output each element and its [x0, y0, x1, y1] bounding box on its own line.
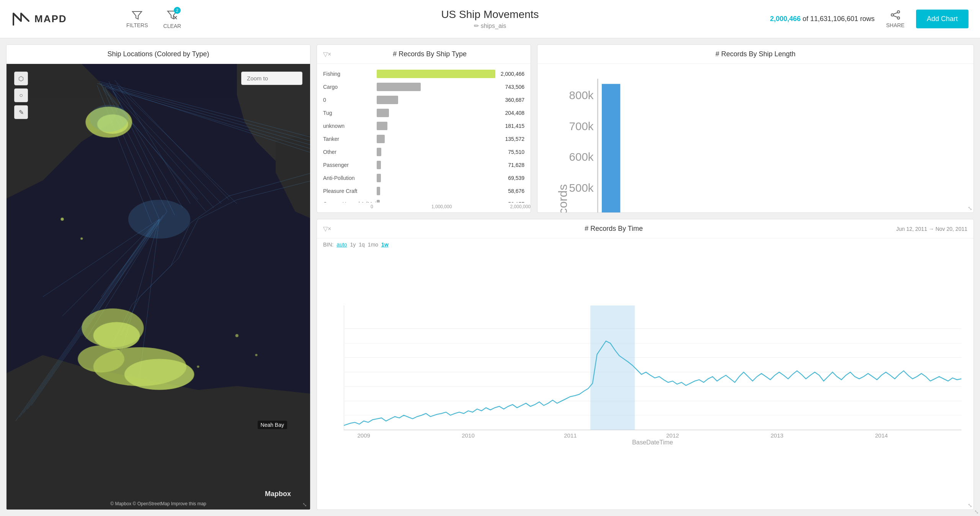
ship-type-bar-row[interactable]: Passenger 71,628: [323, 160, 524, 170]
logo-area: MAPD: [11, 10, 119, 29]
ship-type-bar-row[interactable]: 0 360,687: [323, 95, 524, 105]
bar-value: 2,000,466: [498, 71, 524, 77]
bar-value: 71,628: [498, 162, 524, 168]
bar-label: unknown: [323, 123, 377, 129]
svg-text:BaseDateTime: BaseDateTime: [632, 439, 673, 446]
bar-fill: [377, 70, 495, 78]
time-chart-area: 0 20k 40k 60k 80k 100k 120k 140k 160k: [317, 251, 973, 509]
time-header: ▽× # Records By Time Jun 12, 2011 → Nov …: [317, 219, 973, 238]
bar-container: [377, 174, 495, 182]
axis-tick: 2,000,000: [510, 204, 531, 209]
svg-point-4: [891, 14, 893, 16]
map-panel: Ship Locations (Colored by Type): [6, 44, 310, 510]
ship-type-bar-row[interactable]: Anti-Pollution 69,539: [323, 173, 524, 183]
right-column: ▽× # Records By Ship Type Fishing 2,000,…: [317, 44, 974, 510]
svg-text:500k: 500k: [569, 181, 594, 194]
axis-tick: 0: [371, 204, 373, 209]
add-chart-button[interactable]: Add Chart: [916, 10, 969, 28]
draw-polygon-tool[interactable]: ⬡: [14, 72, 28, 85]
svg-text:800k: 800k: [569, 89, 594, 101]
bar-container: [377, 96, 495, 104]
bar-value: 135,572: [498, 136, 524, 142]
mapbox-label: Mapbox: [265, 490, 291, 498]
page-subtitle: ✏ ships_ais: [441, 22, 539, 29]
bin-auto[interactable]: auto: [336, 242, 347, 248]
svg-point-3: [897, 11, 900, 13]
ship-type-bar-row[interactable]: Cargo 743,506: [323, 82, 524, 92]
bar-value: 75,510: [498, 149, 524, 155]
draw-circle-tool[interactable]: ○: [14, 88, 28, 102]
bar-fill: [377, 148, 381, 156]
bar-container: [377, 135, 495, 143]
time-date-range: Jun 12, 2011 → Nov 20, 2011: [896, 226, 967, 232]
ship-length-resize[interactable]: ⤡: [968, 205, 972, 211]
bin-1w[interactable]: 1w: [381, 242, 389, 248]
bar-container: [377, 187, 495, 195]
bin-1q[interactable]: 1q: [359, 242, 365, 248]
draw-lasso-tool[interactable]: ✎: [14, 105, 28, 119]
bin-controls: BIN: auto 1y 1q 1mo 1w: [317, 238, 973, 251]
time-svg: 0 20k 40k 60k 80k 100k 120k 140k 160k: [344, 255, 966, 494]
bar-label: 0: [323, 97, 377, 103]
svg-point-50: [60, 218, 64, 221]
bin-1y[interactable]: 1y: [350, 242, 356, 248]
zoom-to-input-area: [241, 72, 302, 85]
ship-type-bar-row[interactable]: Fishing 2,000,466: [323, 69, 524, 79]
svg-text:600k: 600k: [569, 150, 594, 163]
svg-point-48: [124, 359, 194, 390]
bar-container: [377, 109, 495, 117]
time-panel-resize[interactable]: ⤡: [968, 502, 972, 508]
bar-fill: [377, 200, 380, 202]
svg-line-6: [893, 13, 897, 14]
mapd-logo-icon: [11, 10, 31, 29]
ship-type-bar-row[interactable]: Pleasure Craft 58,676: [323, 186, 524, 196]
neah-bay-label: Neah Bay: [258, 421, 287, 429]
bin-1mo[interactable]: 1mo: [368, 242, 378, 248]
svg-text:2012: 2012: [666, 432, 679, 439]
bar-fill: [377, 96, 398, 104]
ship-type-bar-row[interactable]: Other 75,510: [323, 147, 524, 157]
bar-fill: [377, 174, 381, 182]
svg-text:2009: 2009: [357, 432, 370, 439]
header-controls-left: FILTERS 2 CLEAR: [126, 9, 181, 29]
ship-type-axis: 01,000,0002,000,000: [317, 202, 531, 212]
svg-point-55: [128, 200, 190, 238]
bar-container: [377, 83, 495, 91]
ship-type-bar-row[interactable]: Cargo - Hazard A (Major) 52,157: [323, 199, 524, 202]
bar-fill: [377, 161, 381, 169]
ship-type-bar-row[interactable]: Tug 204,408: [323, 108, 524, 118]
map-container[interactable]: ⬡ ○ ✎ Neah Bay Mapbox © Mapbox © OpenStr…: [7, 64, 310, 509]
bar-fill: [377, 109, 389, 117]
bar-label: Cargo: [323, 84, 377, 90]
ship-type-filter-icon[interactable]: ▽×: [323, 51, 331, 58]
clear-button[interactable]: 2 CLEAR: [163, 9, 181, 29]
zoom-to-field[interactable]: [241, 72, 302, 85]
bar-label: Anti-Pollution: [323, 175, 377, 181]
svg-point-53: [235, 334, 238, 337]
svg-point-56: [90, 105, 128, 132]
svg-text:400k: 400k: [569, 212, 594, 213]
page-title: US Ship Movements: [441, 8, 539, 21]
map-resize-handle[interactable]: ⤡: [302, 501, 307, 508]
time-filter-icon[interactable]: ▽×: [323, 225, 331, 232]
bar-container: [377, 148, 495, 156]
map-copyright: © Mapbox © OpenStreetMap Improve this ma…: [110, 501, 206, 506]
svg-text:2010: 2010: [462, 432, 475, 439]
svg-point-5: [897, 17, 900, 19]
ship-type-bar-row[interactable]: Tanker 135,572: [323, 134, 524, 144]
bar-value: 743,506: [498, 84, 524, 90]
bar-label: Pleasure Craft: [323, 188, 377, 194]
ship-type-bar-row[interactable]: unknown 181,415: [323, 121, 524, 131]
share-button[interactable]: SHARE: [886, 10, 905, 28]
pencil-icon: ✏: [474, 22, 479, 29]
map-tools: ⬡ ○ ✎: [14, 72, 28, 119]
right-top-row: ▽× # Records By Ship Type Fishing 2,000,…: [317, 44, 974, 213]
filters-button[interactable]: FILTERS: [126, 10, 148, 28]
svg-line-7: [893, 16, 897, 17]
bar-label: Tug: [323, 110, 377, 116]
ship-type-header: ▽× # Records By Ship Type: [317, 45, 531, 64]
header: MAPD FILTERS 2 CLEAR US Ship Movements ✏: [0, 0, 980, 38]
ship-length-title: # Records By Ship Length: [544, 50, 967, 58]
bar-container: [377, 161, 495, 169]
bar-container: [377, 122, 495, 130]
